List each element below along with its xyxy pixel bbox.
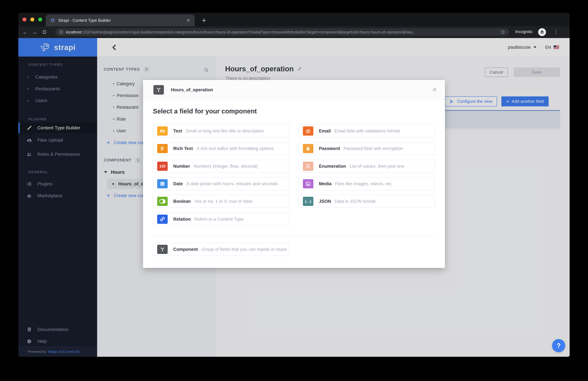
back-icon[interactable]: ← xyxy=(21,29,30,35)
component-field-icon xyxy=(157,245,168,254)
browser-tab[interactable]: Strapi - Content Type Builder ✕ xyxy=(46,14,195,26)
modal-title: Hours_of_operation xyxy=(171,80,213,100)
enumeration-field-icon xyxy=(303,162,313,171)
field-card-component[interactable]: ComponentGroup of fields that you can re… xyxy=(153,243,289,256)
password-field-icon xyxy=(303,144,313,153)
new-tab-button[interactable]: + xyxy=(202,16,206,25)
richtext-field-icon xyxy=(157,144,168,153)
field-card-email[interactable]: @ EmailEmail field with validations form… xyxy=(299,124,435,138)
incognito-label: Incognito xyxy=(515,29,533,34)
macos-close-button[interactable] xyxy=(22,18,26,21)
strapi-favicon xyxy=(50,18,55,23)
number-field-icon: 123 xyxy=(157,162,168,171)
tab-close-icon[interactable]: ✕ xyxy=(187,18,190,23)
field-card-password[interactable]: PasswordPassword field with encryption xyxy=(299,142,435,155)
macos-minimize-button[interactable] xyxy=(30,18,34,21)
url-text: localhost:1337/admin/plugins/content-typ… xyxy=(66,30,498,34)
field-card-number[interactable]: 123 NumberNumbers (integer, float, decim… xyxy=(153,160,289,173)
json-field-icon: {…} xyxy=(303,197,313,206)
close-icon[interactable]: ✕ xyxy=(432,80,437,100)
modal-header: Hours_of_operation ✕ xyxy=(143,80,445,100)
relation-field-icon xyxy=(157,215,168,224)
incognito-icon xyxy=(538,28,546,36)
choose-attribute-modal: Hours_of_operation ✕ Select a field for … xyxy=(143,80,445,268)
field-card-media[interactable]: MediaFiles like images, videos, etc xyxy=(299,177,435,190)
tab-title: Strapi - Content Type Builder xyxy=(58,18,183,23)
browser-toolbar: ← → localhost:1337/admin/plugins/content… xyxy=(18,26,570,38)
reload-icon[interactable] xyxy=(42,29,47,35)
boolean-field-icon xyxy=(157,197,168,206)
field-card-richtext[interactable]: Rich TextA rich text editor with formatt… xyxy=(153,142,289,155)
help-button[interactable]: ? xyxy=(552,339,565,352)
browser-menu-icon[interactable]: ⋮ xyxy=(554,29,559,35)
field-card-text[interactable]: Ab TextSmall or long text like title or … xyxy=(153,124,289,138)
modal-heading: Select a field for your component xyxy=(153,108,257,115)
forward-icon[interactable]: → xyxy=(30,29,39,35)
browser-window: Strapi - Content Type Builder ✕ + ← → lo… xyxy=(18,13,570,357)
text-field-icon: Ab xyxy=(157,126,168,136)
modal-divider xyxy=(153,236,435,236)
field-card-date[interactable]: DateA date picker with hours, minutes an… xyxy=(153,177,289,190)
component-icon xyxy=(153,85,164,95)
field-card-json[interactable]: {…} JSONData in JSON format xyxy=(299,195,435,208)
browser-tabstrip: Strapi - Content Type Builder ✕ + xyxy=(18,13,570,26)
macos-zoom-button[interactable] xyxy=(38,18,42,21)
field-card-boolean[interactable]: BooleanYes or no, 1 or 0, true or false xyxy=(153,195,289,208)
email-field-icon: @ xyxy=(303,126,313,136)
field-card-relation[interactable]: RelationRefers to a Content Type xyxy=(153,213,289,226)
field-card-enumeration[interactable]: EnumerationList of values, then pick one xyxy=(299,160,435,173)
media-field-icon xyxy=(303,179,313,188)
admin-content: strapi CONTENT TYPES Categories Restaura… xyxy=(18,38,570,357)
date-field-icon xyxy=(157,179,168,188)
url-bar[interactable]: localhost:1337/admin/plugins/content-typ… xyxy=(55,28,509,36)
bookmark-star-icon[interactable] xyxy=(500,30,505,35)
site-info-icon[interactable] xyxy=(59,30,63,34)
toggle-icon xyxy=(159,199,166,203)
